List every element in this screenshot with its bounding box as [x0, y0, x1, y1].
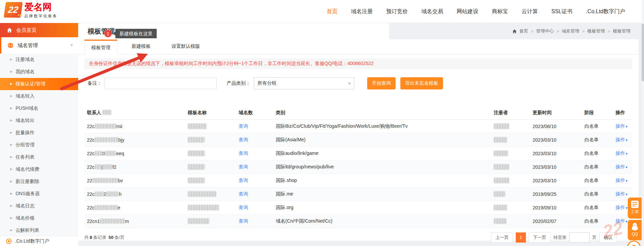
redacted-text [188, 123, 207, 129]
sidebar-item-template-management[interactable]: ▶模板认证/管理 [0, 78, 78, 90]
row-actions-dropdown[interactable]: 操作▼ [616, 150, 628, 156]
tab-template-management[interactable]: 模板管理 [84, 40, 117, 55]
redacted-text [494, 150, 508, 156]
registrant-cell [491, 120, 530, 133]
contact-cell: 22c2h [84, 187, 185, 201]
note-input[interactable] [105, 78, 217, 89]
caret-right-icon: ▶ [10, 204, 13, 207]
sidebar-item-domain-log[interactable]: ▶域名日志 [0, 200, 78, 212]
annotation-tooltip: 新建模板在这里 [115, 29, 157, 38]
chevron-down-icon: ▼ [625, 152, 628, 156]
sidebar-group-domain-management[interactable]: 域名管理 ˅ [0, 37, 78, 54]
pagination-bar: 共8条记录 50条/页 上一页 1 下一页 转至第 页 确认 [84, 232, 632, 243]
sidebar-item-push-domain[interactable]: ▶PUSH域名 [0, 102, 78, 115]
breadcrumb-item-management-center[interactable]: 管理中心 [536, 28, 554, 34]
work-order-widget[interactable]: 工单 [628, 198, 642, 219]
tab-set-default-template[interactable]: 设置默认模版 [165, 39, 207, 54]
sidebar-item-domain-price[interactable]: ▶域名价格 [0, 212, 78, 224]
nav-item-preorder-bid[interactable]: 预订竞价 [386, 8, 408, 15]
scrollbar-thumb[interactable] [642, 24, 644, 81]
sidebar-item-coltd-portal[interactable]: .Co.Ltd数字门户 [0, 236, 78, 246]
sidebar-item-label: 域名转入 [16, 93, 35, 99]
page-scrollbar[interactable] [642, 0, 644, 246]
col-actions: 操作 [613, 106, 632, 120]
query-link[interactable]: 查询 [239, 205, 248, 210]
sidebar-item-task-list[interactable]: ▶任务列表 [0, 151, 78, 163]
row-actions-dropdown[interactable]: 操作▼ [616, 178, 628, 183]
sidebar-item-label: 注册域名 [16, 57, 35, 63]
query-link[interactable]: 查询 [239, 164, 248, 169]
current-page-button[interactable]: 1 [516, 232, 526, 243]
row-actions-dropdown[interactable]: 操作▼ [616, 205, 628, 210]
next-page-button[interactable]: 下一页 [529, 232, 551, 243]
query-link[interactable]: 查询 [239, 218, 248, 224]
breadcrumb-item-home[interactable]: 首页 [519, 28, 528, 34]
sidebar-item-domain-transfer-out[interactable]: ▶域名转出 [0, 115, 78, 127]
redacted-text [494, 137, 507, 143]
query-link[interactable]: 查询 [239, 137, 248, 142]
category-cell: 国际.shop [273, 174, 491, 187]
caret-right-icon: ▶ [10, 180, 13, 183]
row-actions-dropdown[interactable]: 操作▼ [616, 164, 628, 169]
query-link[interactable]: 查询 [239, 178, 248, 183]
row-actions-dropdown[interactable]: 操作▼ [616, 123, 628, 129]
row-actions-dropdown[interactable]: 操作▼ [616, 191, 628, 197]
globe-icon [7, 42, 14, 48]
nav-item-trademark[interactable]: 商标宝 [492, 8, 508, 15]
registrant-cell [491, 147, 530, 160]
prev-page-button[interactable]: 上一页 [491, 232, 513, 243]
sidebar-item-new-reg-delete[interactable]: ▶新注册删除 [0, 176, 78, 188]
caret-right-icon: ▶ [10, 58, 13, 61]
goto-confirm-button[interactable]: 确认 [599, 232, 617, 243]
sidebar-item-my-domains[interactable]: ▶我的域名 [0, 66, 78, 78]
redacted-text [188, 218, 209, 224]
category-cell: 域名(Cn/中国/Com/Net/Cc) [273, 214, 491, 228]
table-row: 22bv 查询 国际.shop 2023/03/10 白名单 操作▼ [84, 174, 632, 187]
query-link[interactable]: 查询 [239, 191, 248, 197]
breadcrumb: 首页 > 管理中心 > 域名管理 > 模板管理 > 模板管理 [389, 23, 644, 39]
qq-contact-widget[interactable]: QQ [628, 220, 642, 240]
query-link[interactable]: 查询 [239, 150, 248, 156]
sidebar-item-domain-transfer-in[interactable]: ▶域名转入 [0, 90, 78, 102]
nav-item-ssl[interactable]: SSL证书 [551, 8, 572, 15]
sidebar-item-label: 云解析列表 [16, 227, 39, 233]
goto-page-input[interactable] [569, 232, 590, 243]
col-registrant: 注册者 [491, 106, 530, 120]
chevron-down-icon: ˅ [349, 81, 351, 85]
nav-item-home[interactable]: 首页 [327, 8, 337, 15]
search-button[interactable]: 开始查询 [367, 77, 396, 89]
nav-item-cloud[interactable]: 云计算 [521, 8, 538, 15]
sidebar-item-member-home[interactable]: 会员首页 [0, 23, 78, 37]
update-time-cell: 2023/03/10 [530, 133, 582, 147]
row-actions-dropdown[interactable]: 操作▼ [616, 218, 628, 224]
sidebar-item-renewal[interactable]: ▶域名代续费 [0, 163, 78, 176]
tab-new-template[interactable]: 新建模板 [125, 39, 157, 54]
nav-item-website-build[interactable]: 网站建设 [457, 8, 478, 15]
pagination-controls: 上一页 1 下一页 转至第 页 确认 [491, 232, 617, 243]
nav-item-domain-trade[interactable]: 域名交易 [421, 8, 443, 15]
breadcrumb-item-domain-management[interactable]: 域名管理 [562, 28, 579, 34]
table-row: 22c(f2 查询 国际ltd/group/news/pub/live 2023… [84, 160, 632, 174]
table-header-row: 联系人 模板名称 域名数 类别 注册者 更新时间 阶段 操作 [84, 106, 632, 120]
sidebar-item-group-management[interactable]: ▶分组管理 [0, 139, 78, 151]
category-cell: 国际ltd/group/news/pub/live [273, 160, 491, 174]
sidebar-item-batch-operations[interactable]: ▶批量操作 [0, 127, 78, 139]
sidebar-item-cloud-dns-list[interactable]: ▶云解析列表 [0, 224, 78, 237]
stage-badge: 白名单 [582, 133, 613, 147]
caret-right-icon: ▶ [10, 131, 13, 134]
row-actions-dropdown[interactable]: 操作▼ [616, 137, 628, 142]
breadcrumb-item-template-management[interactable]: 模板管理 [587, 28, 605, 34]
category-select[interactable]: 所有分组 ˅ [254, 77, 354, 89]
breadcrumb-separator: > [582, 29, 585, 34]
sidebar-submenu: ▶注册域名 ▶我的域名 ▶模板认证/管理 ▶域名转入 ▶PUSH域名 ▶域名转出… [0, 54, 78, 237]
breadcrumb-home-icon [512, 29, 517, 34]
nav-item-coltd[interactable]: .Co.Ltd数字门户 [586, 8, 625, 15]
sidebar-item-register-domain[interactable]: ▶注册域名 [0, 54, 78, 66]
redacted-text [494, 123, 509, 129]
sidebar-item-dns-server[interactable]: ▶DNS服务器 [0, 188, 78, 200]
nav-item-domain-register[interactable]: 域名注册 [351, 8, 373, 15]
query-link[interactable]: 查询 [239, 123, 248, 129]
redacted-text [494, 164, 509, 170]
export-unverified-button[interactable]: 导出未实名模板 [400, 77, 443, 89]
brand-logo[interactable]: 22 cn 爱名网 品牌数字化服务 [5, 2, 58, 19]
